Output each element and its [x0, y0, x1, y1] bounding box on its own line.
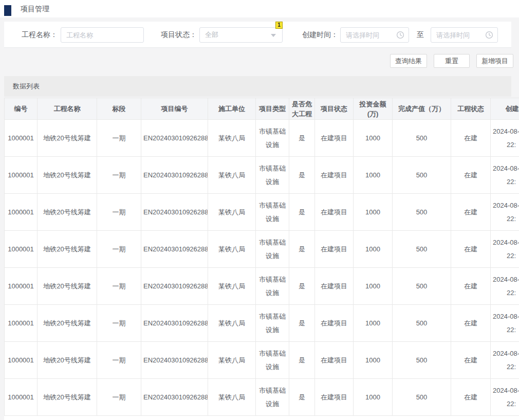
cell-type: 市镇基础设施: [256, 231, 289, 268]
cell-created-date: 2024-08-: [491, 347, 519, 360]
cell-name: 地铁20号线筹建: [38, 268, 97, 305]
cell-status: 在建项目: [315, 342, 354, 379]
cell-created-date: 2024-08-: [491, 199, 519, 212]
add-project-button[interactable]: 新增项目: [476, 54, 513, 68]
cell-status: 在建项目: [315, 379, 354, 416]
cell-code: EN20240301092628830: [141, 342, 208, 379]
data-list-title: 数据列表: [13, 76, 40, 97]
cell-created: 2024-08-22:: [491, 194, 519, 231]
cell-id: 1000001: [5, 120, 38, 157]
cell-dangerous: 是: [289, 157, 315, 194]
table-row: 1000001地铁20号线筹建一期EN20240301092628830某铁八局…: [5, 342, 519, 379]
cell-created: 2024-08-22:: [491, 120, 519, 157]
cell-dangerous: 是: [289, 120, 315, 157]
cell-created: 2024-08-22:: [491, 342, 519, 379]
cell-output: 500: [393, 379, 451, 416]
page-header: 项目管理: [0, 0, 519, 17]
column-header-created: 创建时间: [491, 98, 519, 120]
chevron-down-icon: [271, 34, 276, 37]
cell-name: 地铁20号线筹建: [38, 157, 97, 194]
table-row: 1000001地铁20号线筹建一期EN20240301092628830某铁八局…: [5, 231, 519, 268]
cell-created-time: 22:: [491, 138, 519, 152]
cell-contractor: 某铁八局: [208, 379, 256, 416]
cell-created-date: 2024-08-: [491, 125, 519, 138]
cell-state: 在建: [451, 342, 491, 379]
column-header-section: 标段: [97, 98, 141, 120]
cell-name: 地铁20号线筹建: [38, 379, 97, 416]
cell-status: 在建项目: [315, 157, 354, 194]
end-time-picker[interactable]: [431, 27, 498, 43]
column-header-status: 项目状态: [315, 98, 354, 120]
clock-icon: [396, 31, 404, 39]
cell-investment: 1000: [354, 194, 393, 231]
cell-state: 在建: [451, 268, 491, 305]
column-header-code: 项目编号: [141, 98, 208, 120]
cell-created: 2024-08-22:: [491, 157, 519, 194]
column-header-output: 完成产值（万）: [393, 98, 451, 120]
cell-created-time: 22:: [491, 286, 519, 300]
cell-created: 2024-08-22:: [491, 379, 519, 416]
start-time-picker[interactable]: [340, 27, 409, 43]
cell-contractor: 某铁八局: [208, 157, 256, 194]
cell-name: 地铁20号线筹建: [38, 305, 97, 342]
query-results-button[interactable]: 查询结果: [390, 54, 427, 68]
cell-output: 500: [393, 305, 451, 342]
table-row: 1000001地铁20号线筹建一期EN20240301092628830某铁八局…: [5, 268, 519, 305]
cell-dangerous: 是: [289, 194, 315, 231]
cell-name: 地铁20号线筹建: [38, 231, 97, 268]
cell-section: 一期: [97, 157, 141, 194]
cell-created-time: 22:: [491, 249, 519, 263]
table-row: 1000001地铁20号线筹建一期EN20240301092628830某铁八局…: [5, 379, 519, 416]
cell-code: EN20240301092628830: [141, 231, 208, 268]
cell-id: 1000001: [5, 342, 38, 379]
cell-investment: 1000: [354, 157, 393, 194]
cell-investment: 1000: [354, 268, 393, 305]
project-management-screen: 项目管理 工程名称： 项目状态： 全部 1 创建时间： 至: [0, 0, 519, 420]
cell-section: 一期: [97, 120, 141, 157]
cell-created-time: 22:: [491, 397, 519, 411]
cell-code: EN20240301092628830: [141, 120, 208, 157]
cell-status: 在建项目: [315, 305, 354, 342]
cell-created: 2024-08-22:: [491, 305, 519, 342]
project-status-value: 全部: [205, 28, 218, 42]
cell-output: 500: [393, 194, 451, 231]
cell-dangerous: 是: [289, 231, 315, 268]
cell-status: 在建项目: [315, 268, 354, 305]
cell-state: 在建: [451, 157, 491, 194]
cell-created-time: 22:: [491, 212, 519, 226]
cell-created-date: 2024-08-: [491, 384, 519, 397]
clock-icon: [485, 31, 493, 39]
cell-id: 1000001: [5, 268, 38, 305]
cell-code: EN20240301092628830: [141, 379, 208, 416]
cell-investment: 1000: [354, 120, 393, 157]
reset-button[interactable]: 重置: [434, 54, 470, 68]
project-status-select[interactable]: 全部 1: [199, 27, 283, 43]
to-label: 至: [415, 22, 425, 48]
cell-created-time: 22:: [491, 175, 519, 189]
cell-status: 在建项目: [315, 231, 354, 268]
cell-contractor: 某铁八局: [208, 305, 256, 342]
cell-name: 地铁20号线筹建: [38, 342, 97, 379]
column-header-contractor: 施工单位: [208, 98, 256, 120]
cell-dangerous: 是: [289, 305, 315, 342]
cell-investment: 1000: [354, 305, 393, 342]
cell-investment: 1000: [354, 231, 393, 268]
section-marker: [4, 5, 11, 16]
cell-code: EN20240301092628830: [141, 194, 208, 231]
cell-created: 2024-08-22:: [491, 231, 519, 268]
cell-section: 一期: [97, 305, 141, 342]
project-name-label: 工程名称：: [22, 22, 58, 48]
cell-status: 在建项目: [315, 120, 354, 157]
cell-name: 地铁20号线筹建: [38, 194, 97, 231]
projects-table-scroll-container[interactable]: 编号工程名称标段项目编号施工单位项目类型是否危大工程项目状态投资金额(万)完成产…: [4, 98, 519, 420]
cell-created-date: 2024-08-: [491, 273, 519, 286]
cell-contractor: 某铁八局: [208, 231, 256, 268]
project-name-input[interactable]: [61, 27, 144, 43]
table-row: 1000001地铁20号线筹建一期EN20240301092628830某铁八局…: [5, 120, 519, 157]
cell-type: 市镇基础设施: [256, 268, 289, 305]
cell-section: 一期: [97, 379, 141, 416]
cell-type: 市镇基础设施: [256, 379, 289, 416]
cell-output: 500: [393, 157, 451, 194]
cell-dangerous: 是: [289, 379, 315, 416]
table-row: 1000001地铁20号线筹建一期EN20240301092628830某铁八局…: [5, 194, 519, 231]
